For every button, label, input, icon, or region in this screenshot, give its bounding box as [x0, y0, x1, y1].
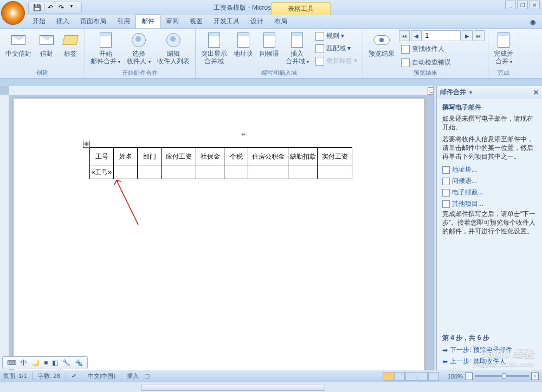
vertical-ruler[interactable]	[0, 95, 9, 370]
tab-视图[interactable]: 视图	[184, 15, 208, 28]
horizontal-scrollbar[interactable]	[0, 382, 542, 392]
tab-设计[interactable]: 设计	[245, 15, 269, 28]
table-cell[interactable]: «工号»	[90, 166, 114, 179]
table-header-cell[interactable]: 社保金	[196, 148, 224, 166]
table-header-cell[interactable]: 实付工资	[318, 148, 352, 166]
scrollbar-thumb[interactable]	[141, 384, 325, 391]
zoom-slider[interactable]	[475, 375, 529, 377]
qat-dropdown-icon[interactable]: ▼	[69, 4, 77, 11]
cn-envelope-button[interactable]: 中文信封	[3, 30, 34, 58]
ime-item[interactable]: 🔧	[62, 359, 70, 367]
full-screen-view[interactable]	[394, 372, 405, 381]
taskpane-menu-icon[interactable]: ▼	[468, 90, 473, 95]
minimize-button[interactable]: _	[505, 1, 516, 9]
office-button[interactable]	[1, 1, 25, 25]
greeting-icon	[261, 31, 278, 49]
table-cell[interactable]	[138, 166, 162, 179]
language-indicator[interactable]: 中文(中国)	[88, 372, 115, 380]
select-recipients-button[interactable]: 选择收件人 ▾	[125, 30, 152, 67]
salary-table[interactable]: 工号姓名部门应付工资社保金个税住房公积金缺勤扣款实付工资«工号»	[89, 147, 352, 179]
print-layout-view[interactable]	[383, 372, 393, 381]
tab-开发工具[interactable]: 开发工具	[208, 15, 245, 28]
greeting-button[interactable]: 问候语	[257, 30, 281, 58]
ime-toolbar[interactable]: ⌨中🌙■◧🔧🔩	[2, 356, 88, 369]
table-header-cell[interactable]: 个税	[224, 148, 248, 166]
prev-step-link[interactable]: ⬅ 上一步: 选取收件人	[442, 356, 537, 367]
table-header-cell[interactable]: 应付工资	[162, 148, 196, 166]
address-block-button[interactable]: 地址块	[231, 30, 255, 58]
table-cell[interactable]	[288, 166, 318, 179]
preview-button[interactable]: 预览结果	[366, 30, 397, 58]
table-move-handle[interactable]: ✥	[83, 141, 90, 148]
zoom-out-button[interactable]: −	[465, 373, 473, 380]
tab-页面布局[interactable]: 页面布局	[75, 15, 112, 28]
zoom-control: 100% − +	[448, 373, 539, 380]
next-step-link[interactable]: ➡ 下一步: 预览电子邮件	[442, 344, 537, 356]
labels-button[interactable]: 标签	[60, 30, 81, 58]
zoom-in-button[interactable]: +	[531, 373, 539, 380]
save-icon[interactable]: 💾	[33, 4, 41, 11]
tp-link-address-block[interactable]: 地址块...	[442, 164, 537, 175]
button-label: 选择收件人 ▾	[127, 50, 150, 66]
record-number-input[interactable]	[423, 30, 461, 41]
table-header-cell[interactable]: 姓名	[114, 148, 138, 166]
ime-item[interactable]: 🔩	[75, 359, 83, 367]
ime-item[interactable]: ■	[44, 359, 48, 367]
envelope-button[interactable]: 信封	[36, 30, 57, 58]
web-layout-view[interactable]	[405, 372, 416, 381]
tab-审阅[interactable]: 审阅	[160, 15, 184, 28]
tab-邮件[interactable]: 邮件	[136, 14, 160, 28]
insert-field-button[interactable]: 插入合并域 ▾	[283, 30, 311, 67]
auto-check-button[interactable]: 自动检查错误	[399, 57, 485, 68]
table-header-cell[interactable]: 住房公积金	[248, 148, 288, 166]
close-button[interactable]: ✕	[529, 1, 540, 9]
ime-logo-icon[interactable]: ⌨	[7, 359, 16, 367]
table-cell[interactable]	[318, 166, 352, 179]
match-button[interactable]: 匹配域 ▾	[313, 43, 359, 54]
nav-first-button[interactable]: ⏮	[399, 30, 410, 41]
page-scroll-area[interactable]: ↵ ✥ 工号姓名部门应付工资社保金个税住房公积金缺勤扣款实付工资«工号»	[9, 95, 436, 370]
word-count[interactable]: 字数: 28	[38, 372, 60, 380]
edit-recipients-button[interactable]: 编辑收件人列表	[155, 30, 192, 66]
tab-插入[interactable]: 插入	[51, 15, 75, 28]
tab-开始[interactable]: 开始	[27, 15, 51, 28]
ime-item[interactable]: ◧	[52, 359, 58, 367]
tp-link-more-items[interactable]: 其他项目...	[442, 198, 537, 210]
macro-record-icon[interactable]: ▢	[144, 373, 150, 380]
help-icon[interactable]: ◉	[528, 16, 538, 28]
finish-button[interactable]: 完成并合并 ▾	[492, 30, 515, 67]
insert-mode[interactable]: 插入	[127, 372, 139, 380]
taskpane-close-icon[interactable]: ✕	[533, 89, 539, 96]
zoom-level[interactable]: 100%	[448, 373, 463, 380]
table-header-cell[interactable]: 工号	[90, 148, 114, 166]
table-cell[interactable]	[114, 166, 138, 179]
document-page[interactable]: ↵ ✥ 工号姓名部门应付工资社保金个税住房公积金缺勤扣款实付工资«工号»	[14, 99, 424, 370]
draft-view[interactable]	[428, 372, 439, 381]
undo-icon[interactable]: ↶	[48, 4, 55, 11]
table-header-cell[interactable]: 部门	[138, 148, 162, 166]
table-cell[interactable]	[224, 166, 248, 179]
tab-引用[interactable]: 引用	[112, 15, 136, 28]
outline-view[interactable]	[417, 372, 428, 381]
start-merge-button[interactable]: 开始邮件合并 ▾	[88, 30, 122, 67]
tp-link-greeting[interactable]: 问候语...	[442, 175, 537, 187]
proofing-icon[interactable]: ✔	[72, 373, 76, 380]
find-recipient-button[interactable]: 查找收件人	[399, 43, 485, 55]
horizontal-ruler[interactable]: ▢	[9, 86, 436, 95]
nav-prev-button[interactable]: ◀	[411, 30, 422, 41]
table-cell[interactable]	[196, 166, 224, 179]
nav-next-button[interactable]: ▶	[462, 30, 473, 41]
tp-link-e-postage[interactable]: 电子邮政...	[442, 187, 537, 198]
highlight-fields-button[interactable]: 突出显示合并域	[199, 30, 229, 66]
ime-item[interactable]: 🌙	[31, 359, 40, 367]
page-indicator[interactable]: 页面: 1/1	[3, 372, 27, 380]
tab-布局[interactable]: 布局	[269, 15, 293, 28]
ime-item[interactable]: 中	[21, 358, 27, 368]
table-cell[interactable]	[162, 166, 196, 179]
rules-button[interactable]: 规则 ▾	[313, 30, 359, 42]
table-header-cell[interactable]: 缺勤扣款	[288, 148, 318, 166]
table-cell[interactable]	[248, 166, 288, 179]
nav-last-button[interactable]: ⏭	[474, 30, 485, 41]
redo-icon[interactable]: ↷	[59, 4, 66, 11]
restore-button[interactable]: ❐	[517, 1, 528, 9]
